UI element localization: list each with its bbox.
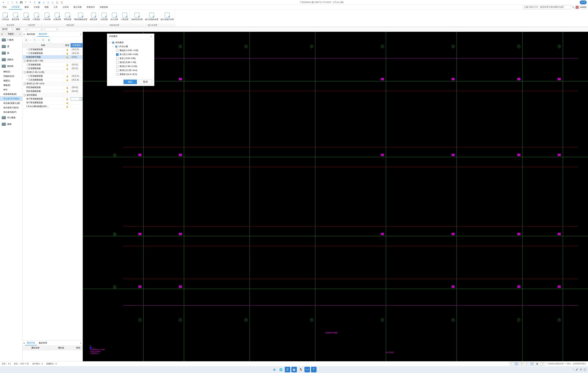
- floor-option[interactable]: 第2层 (3.85~7.45): [109, 60, 152, 65]
- doc2-icon[interactable]: 📋: [60, 0, 63, 4]
- nav-expand-icon[interactable]: ≡: [1, 33, 3, 35]
- tree-root[interactable]: ▾ 所有楼层: [109, 41, 152, 44]
- table-row[interactable]: 一三层顶梁配筋图(首层,第...: [22, 52, 83, 55]
- status-btn-1[interactable]: └: [509, 362, 513, 366]
- status-btn-2[interactable]: ▢: [514, 362, 518, 366]
- menu-modeling[interactable]: 建模: [22, 5, 31, 10]
- nav-item-hollow[interactable]: 空心楼盖: [0, 114, 22, 121]
- nav-item-door[interactable]: 门窗洞: [0, 37, 22, 43]
- status-btn-5[interactable]: ⊹: [530, 362, 534, 366]
- grid3-icon[interactable]: ▦: [46, 0, 50, 4]
- menu-cloud[interactable]: 云应用: [60, 5, 71, 10]
- prop-expand-icon[interactable]: ≡: [23, 342, 25, 344]
- table-group[interactable]: −第3层 (7.45~11.05): [22, 70, 83, 74]
- copy-icon[interactable]: ⧉: [15, 0, 19, 4]
- app1-icon[interactable]: 正: [285, 367, 290, 372]
- search-input[interactable]: 土建计量GTJ中，图纸管理中都有哪些功能?: [523, 5, 571, 9]
- user-avatar[interactable]: [576, 6, 579, 9]
- weight-settings-button[interactable]: 比重设置: [52, 10, 63, 23]
- table-row[interactable]: 四层顶板配筋图(第4层): [22, 86, 83, 89]
- floor-checkbox[interactable]: ✓: [116, 53, 118, 56]
- menu-view[interactable]: 视图: [42, 5, 51, 10]
- dialog-close-icon[interactable]: ✕: [150, 35, 152, 38]
- nav-item-stair[interactable]: 楼梯: [0, 121, 22, 127]
- floor-checkbox[interactable]: [116, 73, 118, 76]
- ok-button[interactable]: 确定: [124, 80, 137, 84]
- floor-option[interactable]: 屋面层 (14.4~15.3): [109, 72, 152, 76]
- table-row[interactable]: 二层顶板配筋图(第2层): [22, 63, 83, 67]
- table-row[interactable]: 1号办公楼结构图1203-...: [22, 105, 83, 109]
- undo-icon[interactable]: ↶: [24, 0, 28, 4]
- menu-start[interactable]: 开始: [0, 5, 9, 10]
- nav-item-steel[interactable]: 钢结构: [0, 63, 22, 69]
- section-order-button[interactable]: 施工段顺序设置: [159, 10, 175, 23]
- status-btn-4[interactable]: ╱: [525, 362, 529, 366]
- tray-ime[interactable]: 英: [580, 368, 582, 371]
- empty-selector-1[interactable]: [29, 28, 42, 31]
- root-checkbox[interactable]: [112, 42, 114, 44]
- mid-expand-icon[interactable]: ≡: [23, 33, 25, 36]
- save-icon[interactable]: 💾: [19, 0, 23, 4]
- table-row[interactable]: 柱墙结构平面图(首层): [22, 55, 83, 59]
- nav-sub-composite-steel[interactable]: 组合板(压型钢板)..: [0, 96, 22, 101]
- project-info-button[interactable]: 工程信息: [0, 10, 10, 23]
- fire-settings-button[interactable]: 防火设置: [109, 10, 120, 23]
- floor-option[interactable]: 基础层 (-6.95~-3.95): [109, 49, 152, 53]
- refresh-drawing-icon[interactable]: ⟳: [41, 38, 45, 42]
- cad-icon[interactable]: CAD: [304, 367, 310, 372]
- redo-icon[interactable]: ↷: [28, 0, 32, 4]
- edit-drawing-icon[interactable]: ✎: [33, 38, 37, 42]
- grid4-icon[interactable]: ▦: [51, 0, 54, 4]
- doc-icon[interactable]: 📋: [55, 0, 59, 4]
- table-row[interactable]: 一三层顶板配筋图(首层,第...: [22, 48, 83, 52]
- cancel-button[interactable]: 取消: [139, 80, 152, 84]
- mid-close-icon[interactable]: ✕: [80, 33, 82, 36]
- floor-option[interactable]: 第4层 (11.05~14.4): [109, 68, 152, 72]
- app2-icon[interactable]: ▦: [291, 367, 297, 372]
- struct-type-button[interactable]: 结构类型设置: [130, 10, 144, 23]
- edge-icon[interactable]: 🌐: [278, 367, 284, 372]
- qq-icon[interactable]: 🐧: [298, 367, 303, 372]
- nav-item-beam[interactable]: 梁: [0, 43, 22, 50]
- floor-option[interactable]: 首层 (-0.05~3.85): [109, 56, 152, 60]
- nav-sub-src-column[interactable]: 型钢砼柱(Z): [0, 74, 22, 78]
- section-rebar-button[interactable]: 施工段钢筋设置: [144, 10, 159, 23]
- tree-building[interactable]: ▾ 1号办公楼: [109, 44, 152, 49]
- nav-sub-stud[interactable]: 栓钉: [0, 87, 22, 92]
- calc-rules-button[interactable]: 计算规则: [31, 10, 42, 23]
- nav-close-icon[interactable]: ✕: [19, 33, 21, 35]
- tray-notify-icon[interactable]: 💬: [584, 368, 586, 371]
- start-icon[interactable]: ⊞: [272, 367, 277, 372]
- menu-collab[interactable]: 算量协作: [84, 5, 97, 10]
- calc-settings-button[interactable]: 计算设置: [21, 10, 31, 23]
- tab-drawing-mgmt[interactable]: 图纸管理: [37, 32, 49, 37]
- table-row[interactable]: 四层顶梁配筋图(第4层): [22, 89, 83, 93]
- floor-checkbox[interactable]: [116, 61, 118, 64]
- bend-adjust-button[interactable]: 弯曲调整值设置: [73, 10, 88, 23]
- menu-project-settings[interactable]: 工程设置: [9, 5, 22, 10]
- building-checkbox[interactable]: [115, 45, 117, 48]
- floor-option[interactable]: ✓第-1层 (-3.95~-0.05): [109, 53, 152, 56]
- main-material-button[interactable]: 主材设置: [99, 10, 109, 23]
- tray-mic-icon[interactable]: 🎤: [576, 368, 578, 371]
- delete-drawing-icon[interactable]: 🗑: [47, 38, 51, 42]
- nav-item-prefab[interactable]: 装配式: [0, 56, 22, 63]
- axis-selector[interactable]: 轴线: [15, 28, 27, 31]
- table-row[interactable]: 地下室顶梁配筋图: [22, 101, 83, 105]
- grid2-icon[interactable]: ▦: [42, 0, 45, 4]
- menu-construction[interactable]: 施工算量: [71, 5, 84, 10]
- grid-icon[interactable]: ▦: [37, 0, 41, 4]
- table-group[interactable]: −第4层 (11.05~14.4): [22, 82, 83, 86]
- table-group[interactable]: −未对应图纸: [22, 93, 83, 97]
- floor-selector[interactable]: 第2层: [1, 28, 13, 31]
- nav-sub-composite-rebar[interactable]: 组合板受力筋(S): [0, 105, 22, 110]
- floor-checkbox[interactable]: [116, 57, 118, 60]
- expand-icon[interactable]: ⛶: [546, 363, 547, 365]
- floor-settings-button[interactable]: 楼层设置: [10, 10, 21, 23]
- tab-layer-mgmt[interactable]: 图层管理: [37, 341, 49, 345]
- empty-selector-2[interactable]: [44, 28, 58, 31]
- nav-sub-steel-beam[interactable]: 钢梁(L): [0, 78, 22, 83]
- nav-sub-composite-neg[interactable]: 组合板负筋(F): [0, 110, 22, 114]
- menu-tools[interactable]: 工具: [51, 5, 60, 10]
- menu-smart[interactable]: 智能提量: [97, 5, 110, 10]
